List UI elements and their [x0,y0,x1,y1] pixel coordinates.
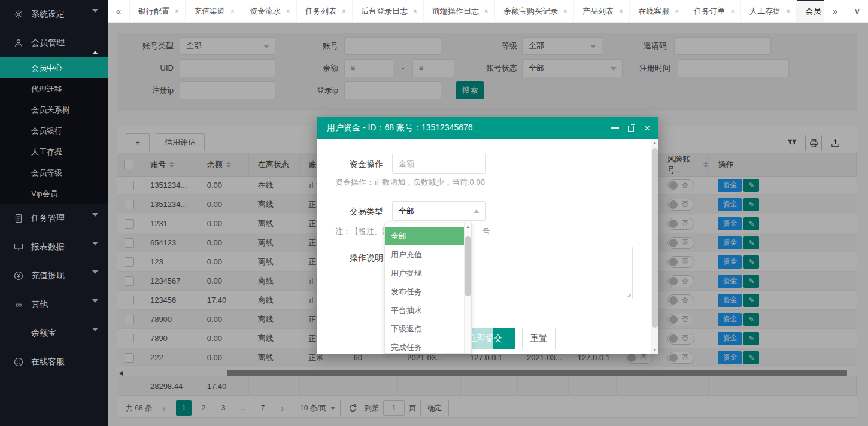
sidebar-item-3[interactable]: 报表数据 [0,233,108,261]
sidebar-item-label: 系统设定 [31,9,65,20]
tabs-dropdown-button[interactable]: ∨ [846,0,868,22]
fund-help-text: 资金操作：正数增加，负数减少，当前:0.00 [335,177,485,188]
modal-window-controls: × [611,117,650,139]
chevron-down-icon [92,245,98,255]
sidebar-item-label: 在线客服 [31,357,65,367]
tab-item-9[interactable]: 任务订单× [685,0,741,22]
sidebar-subitem-2[interactable]: 会员关系树 [0,99,108,120]
sidebar-item-1[interactable]: 会员管理 [0,29,108,57]
tab-label: 后台登录日志 [361,6,408,17]
chevron-down-icon [92,217,98,226]
tab-label: 任务订单 [694,6,725,17]
tab-item-8[interactable]: 在线客服× [630,0,685,22]
minimize-icon[interactable] [611,127,619,129]
tab-item-3[interactable]: 任务列表× [297,0,353,22]
modal-header: 用户资金 - ID：68 账号：13512345676 × [317,117,658,139]
sidebar-item-7[interactable]: 在线客服 [0,348,108,376]
close-tab-icon[interactable]: × [619,7,623,16]
chevron-down-icon [92,303,98,312]
close-tab-icon[interactable]: × [175,7,179,16]
maximize-icon[interactable] [628,124,635,132]
dropdown-scrollbar-thumb[interactable] [465,236,471,296]
sidebar-subitem-5[interactable]: 会员等级 [0,162,108,183]
fund-operation-label: 资金操作 [334,154,383,174]
close-tab-icon[interactable]: × [286,7,290,16]
tab-bar: « 银行配置×充值渠道×资金流水×任务列表×后台登录日志×前端操作日志×余额宝购… [108,0,868,23]
tab-item-2[interactable]: 资金流水× [241,0,297,22]
fund-amount-placeholder: 金额 [399,159,414,169]
scroll-down-arrow-icon[interactable]: ▼ [651,348,658,352]
sidebar-item-label: 任务管理 [31,213,65,224]
tabs-scroll-right-button[interactable]: » [824,0,846,22]
tab-label: 人工存提 [749,6,781,17]
transaction-type-select[interactable]: 全部 [392,201,486,221]
modal-scrollbar[interactable]: ▲ ▼ [651,139,658,354]
sidebar-item-0[interactable]: 系统设定 [0,0,108,29]
tab-item-10[interactable]: 人工存提× [741,0,797,22]
gear-icon [13,9,24,20]
close-tab-icon[interactable]: × [563,7,567,16]
close-tab-icon[interactable]: × [675,7,679,16]
dropdown-option-0[interactable]: 全部 [385,227,464,245]
scroll-up-arrow-icon[interactable]: ▲ [465,224,471,229]
dropdown-option-2[interactable]: 用户提现 [385,264,464,282]
sidebar-subitem-0[interactable]: 会员中心 [0,57,108,78]
transaction-type-label: 交易类型 [334,202,383,221]
dropdown-option-3[interactable]: 发布任务 [385,282,464,301]
sidebar-subitem-label: 会员等级 [31,168,62,178]
tab-item-11[interactable]: 会员 [797,0,824,22]
close-tab-icon[interactable]: × [342,7,346,16]
tab-item-6[interactable]: 余额宝购买记录× [495,0,574,22]
chevron-down-icon [92,13,98,22]
sidebar-subitem-3[interactable]: 会员银行 [0,120,108,141]
tab-label: 银行配置 [138,6,169,17]
fund-amount-input[interactable]: 金额 [392,154,486,174]
sidebar-subitem-4[interactable]: 人工存提 [0,141,108,162]
dropdown-option-4[interactable]: 平台抽水 [385,301,464,320]
chevron-up-icon [92,41,98,51]
tab-label: 会员 [805,6,821,17]
sidebar-item-label: 充值提现 [31,270,65,281]
close-tab-icon[interactable]: × [786,7,790,16]
modal-scrollbar-thumb[interactable] [652,148,658,328]
chevron-down-icon [92,274,98,284]
reset-button[interactable]: 重置 [522,328,556,349]
dropdown-scrollbar[interactable]: ▲ [464,223,471,353]
sidebar-item-label: 会员管理 [31,38,65,48]
sidebar-item-6[interactable]: 余额宝 [0,319,108,348]
close-tab-icon[interactable]: × [230,7,235,16]
tab-label: 资金流水 [250,6,281,17]
close-tab-icon[interactable]: × [484,7,488,16]
sidebar: 系统设定会员管理会员中心代理迁移会员关系树会员银行人工存提会员等级Vip会员任务… [0,0,108,426]
sidebar-item-4[interactable]: 充值提现 [0,261,108,290]
sidebar-item-2[interactable]: 任务管理 [0,204,108,233]
tab-item-5[interactable]: 前端操作日志× [424,0,495,22]
dropdown-option-1[interactable]: 用户充值 [385,245,464,264]
scroll-up-arrow-icon[interactable]: ▲ [651,141,658,145]
report-icon [13,242,24,252]
dropdown-option-5[interactable]: 下级返点 [385,320,464,338]
tab-list: 银行配置×充值渠道×资金流水×任务列表×后台登录日志×前端操作日志×余额宝购买记… [130,0,824,22]
tab-item-7[interactable]: 产品列表× [574,0,630,22]
resize-handle-icon[interactable] [625,291,631,297]
tab-item-1[interactable]: 充值渠道× [186,0,241,22]
close-icon[interactable]: × [644,123,650,133]
sidebar-subitem-6[interactable]: Vip会员 [0,183,108,204]
dropdown-option-list: 全部用户充值用户提现发布任务平台抽水下级返点完成任务 [385,227,464,354]
transaction-type-value: 全部 [399,206,414,217]
tab-item-4[interactable]: 后台登录日志× [353,0,424,22]
tab-label: 在线客服 [638,6,669,17]
chevron-down-icon [92,331,98,341]
sidebar-subitem-label: 会员中心 [31,63,62,74]
dropdown-option-6[interactable]: 完成任务 [385,338,464,354]
sidebar-item-5[interactable]: ∞其他 [0,290,108,319]
smiley-icon [13,357,24,367]
sidebar-subitem-label: 人工存提 [31,147,62,157]
sidebar-subitem-1[interactable]: 代理迁移 [0,78,108,99]
operation-desc-label: 操作说明 [334,248,383,268]
tab-item-0[interactable]: 银行配置× [130,0,186,22]
close-tab-icon[interactable]: × [730,7,735,16]
note-text-right: 号 [482,226,490,237]
close-tab-icon[interactable]: × [413,7,417,16]
tabs-scroll-left-button[interactable]: « [108,0,130,22]
